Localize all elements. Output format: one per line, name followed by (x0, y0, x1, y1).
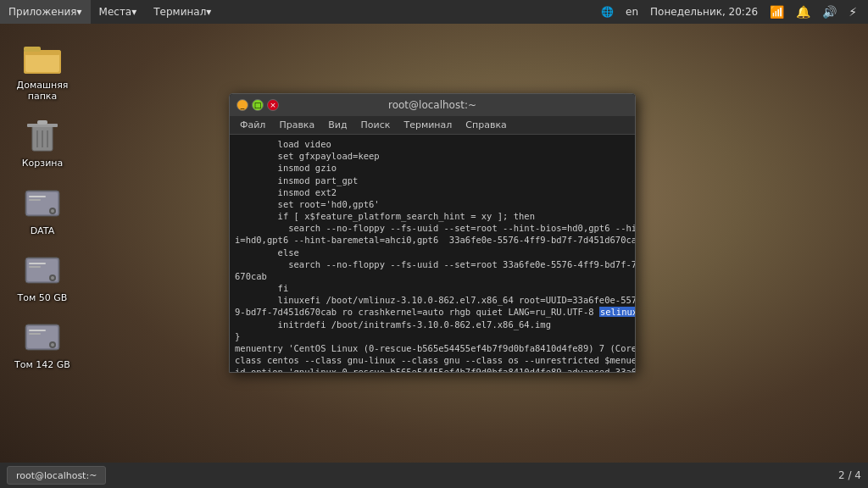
terminal-line: insmod gzio (235, 162, 630, 174)
home-folder-label: Домашняя папка (12, 80, 73, 102)
folder-icon (22, 37, 63, 78)
volume-142gb-icon[interactable]: Том 142 GB (8, 313, 76, 374)
svg-point-20 (51, 276, 54, 280)
terminal-line: id_option 'gnulinux-0-rescue-b565e54455e… (235, 366, 630, 372)
datetime-display: Понедельник, 20:26 (646, 0, 762, 24)
terminal-window: _ □ × root@localhost:~ Файл Правка Вид П… (229, 93, 636, 373)
terminal-menu-terminal[interactable]: Терминал (397, 116, 459, 135)
terminal-menu-edit[interactable]: Правка (272, 116, 321, 135)
panel-left: Приложения ▾ Места ▾ Терминал ▾ (0, 0, 220, 24)
maximize-button[interactable]: □ (252, 99, 264, 111)
terminal-line: fi (235, 282, 630, 294)
home-folder-icon[interactable]: Домашняя папка (8, 34, 76, 105)
trash-icon (22, 115, 63, 156)
volume-50gb-icon[interactable]: Том 50 GB (8, 247, 76, 307)
notification-icon: 🔔 (792, 0, 815, 24)
drive-icon (22, 183, 63, 224)
svg-rect-28 (29, 333, 41, 335)
top-panel: Приложения ▾ Места ▾ Терминал ▾ 🌐 en Пон… (0, 0, 868, 24)
svg-rect-2 (24, 47, 41, 52)
volume-icon[interactable]: 🔊 (818, 0, 841, 24)
svg-point-26 (51, 343, 54, 347)
terminal-menubar: Файл Правка Вид Поиск Терминал Справка (230, 116, 635, 135)
network-icon: 📶 (765, 0, 788, 24)
svg-rect-27 (29, 330, 46, 331)
volume-142gb-drive-icon (22, 317, 63, 358)
volume-50gb-drive-icon (22, 250, 63, 291)
trash-icon-item[interactable]: Корзина (8, 112, 76, 172)
terminal-line: linuxefi /boot/vmlinuz-3.10.0-862.el7.x8… (235, 294, 630, 306)
close-button[interactable]: × (267, 99, 279, 111)
svg-rect-7 (37, 120, 47, 125)
terminal-line: initrdefi /boot/initramfs-3.10.0-862.el7… (235, 319, 630, 330)
language-indicator[interactable]: en (621, 0, 643, 24)
volume-50gb-label: Том 50 GB (18, 292, 68, 303)
terminal-line: search --no-floppy --fs-uuid --set=root … (235, 222, 630, 234)
power-icon: ⚡ (844, 0, 861, 24)
bottom-panel: root@localhost:~ 2 / 4 (0, 463, 868, 488)
globe-icon[interactable]: 🌐 (597, 0, 618, 24)
svg-rect-16 (29, 199, 41, 201)
workspace-indicator[interactable]: 2 / 4 (838, 469, 861, 481)
menu-applications[interactable]: Приложения ▾ (0, 0, 91, 24)
svg-rect-15 (29, 196, 46, 197)
terminal-title: root@localhost:~ (279, 99, 586, 111)
terminal-line: set gfxpayload=keep (235, 150, 630, 162)
terminal-line: 9-bd7f-7d451d670cab ro crashkernel=auto … (235, 306, 630, 318)
terminal-line: 670cab (235, 270, 630, 282)
terminal-content[interactable]: load video set gfxpayload=keep insmod gz… (230, 135, 635, 372)
terminal-line: insmod part_gpt (235, 175, 630, 186)
desktop: Приложения ▾ Места ▾ Терминал ▾ 🌐 en Пон… (0, 0, 868, 488)
desktop-icons: Домашняя папка Корзина (8, 34, 76, 374)
terminal-menu-file[interactable]: Файл (233, 116, 272, 135)
taskbar-terminal-item[interactable]: root@localhost:~ (7, 466, 106, 485)
terminal-line: search --no-floppy --fs-uuid --set=root … (235, 258, 630, 270)
terminal-titlebar: _ □ × root@localhost:~ (230, 94, 635, 116)
terminal-line: else (235, 247, 630, 258)
terminal-line: menuentry 'CentOS Linux (0-rescue-b565e5… (235, 342, 630, 354)
menu-places[interactable]: Места ▾ (91, 0, 146, 24)
svg-point-14 (51, 209, 54, 213)
terminal-line: class centos --class gnu-linux --class g… (235, 354, 630, 366)
terminal-line: i=hd0,gpt6 --hint-baremetal=ahci0,gpt6 3… (235, 234, 630, 246)
data-drive-label: DATA (31, 225, 54, 236)
terminal-window-buttons: _ □ × (236, 99, 279, 111)
terminal-line: } (235, 330, 630, 342)
trash-label: Корзина (22, 158, 63, 169)
terminal-line: load video (235, 138, 630, 150)
svg-rect-22 (29, 266, 41, 268)
minimize-button[interactable]: _ (236, 99, 248, 111)
terminal-menu-search[interactable]: Поиск (354, 116, 398, 135)
terminal-menu-help[interactable]: Справка (459, 116, 513, 135)
volume-142gb-label: Том 142 GB (14, 359, 70, 370)
terminal-line: insmod ext2 (235, 186, 630, 198)
terminal-line: if [ x$feature_platform_search_hint = xy… (235, 210, 630, 222)
terminal-menu-view[interactable]: Вид (321, 116, 353, 135)
svg-rect-21 (29, 263, 46, 264)
svg-rect-4 (25, 52, 59, 55)
terminal-line: set root='hd0,gpt6' (235, 198, 630, 210)
data-drive-icon[interactable]: DATA (8, 180, 76, 240)
menu-terminal[interactable]: Терминал ▾ (145, 0, 220, 24)
panel-right: 🌐 en Понедельник, 20:26 📶 🔔 🔊 ⚡ (597, 0, 868, 24)
